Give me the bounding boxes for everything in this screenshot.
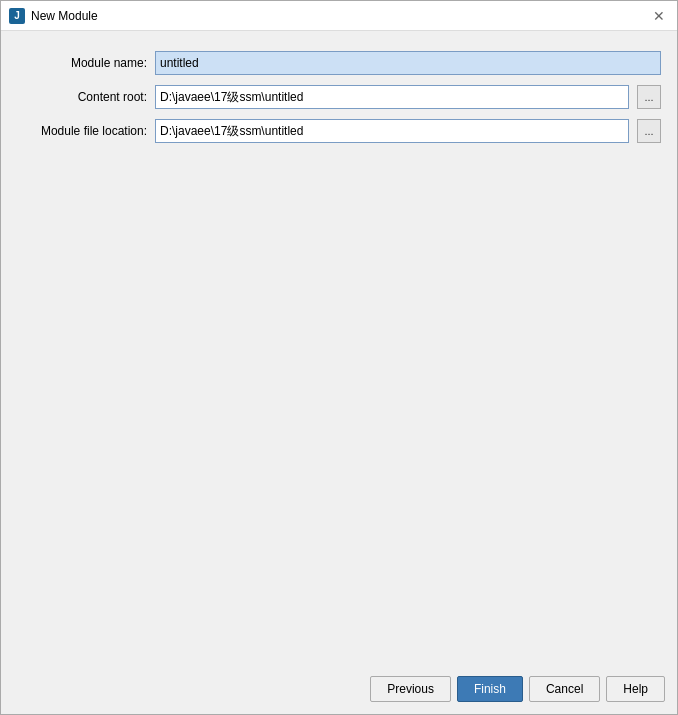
app-icon: J [9,8,25,24]
module-name-row: Module name: [17,51,661,75]
dialog-footer: Previous Finish Cancel Help [1,668,677,714]
module-file-location-input[interactable] [155,119,629,143]
module-name-label: Module name: [17,56,147,70]
close-button[interactable]: ✕ [649,6,669,26]
content-root-label: Content root: [17,90,147,104]
module-file-location-label: Module file location: [17,124,147,138]
module-file-location-row: Module file location: ... [17,119,661,143]
dialog-content: Module name: Content root: ... Module fi… [1,31,677,668]
module-name-input[interactable] [155,51,661,75]
module-file-location-browse-button[interactable]: ... [637,119,661,143]
title-bar: J New Module ✕ [1,1,677,31]
content-root-browse-button[interactable]: ... [637,85,661,109]
finish-button[interactable]: Finish [457,676,523,702]
content-root-row: Content root: ... [17,85,661,109]
content-spacer [17,153,661,658]
title-bar-left: J New Module [9,8,98,24]
content-root-input[interactable] [155,85,629,109]
help-button[interactable]: Help [606,676,665,702]
previous-button[interactable]: Previous [370,676,451,702]
cancel-button[interactable]: Cancel [529,676,600,702]
new-module-dialog: J New Module ✕ Module name: Content root… [0,0,678,715]
dialog-title: New Module [31,9,98,23]
